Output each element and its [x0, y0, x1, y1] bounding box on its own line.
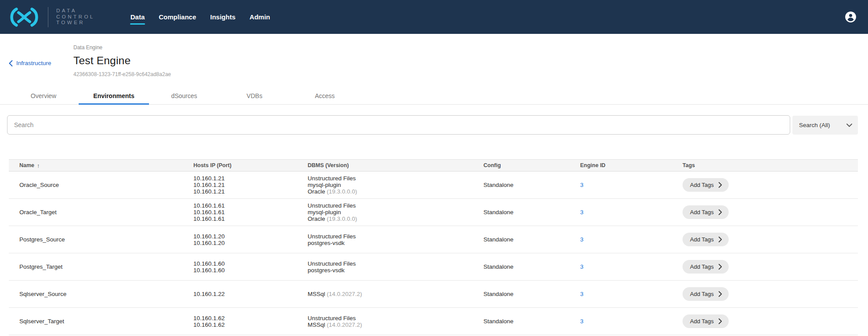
dbms-version: (19.3.0.0.0)	[325, 188, 357, 195]
cell-config: Standalone	[483, 172, 580, 199]
dbms-entry: Unstructured Files	[308, 315, 483, 321]
dbms-version: (14.0.2027.2)	[325, 321, 362, 328]
column-header-dbms[interactable]: DBMS (Version)	[308, 160, 483, 172]
environments-table: Name ↑ Hosts IP (Port) DBMS (Version) Co…	[9, 159, 858, 335]
cell-tags: Add Tags	[683, 199, 858, 226]
cell-dbms: Unstructured Filespostgres-vsdk	[308, 253, 483, 281]
host-ip: 10.160.1.21	[193, 182, 308, 188]
engine-uuid: 42366308-1323-71ff-e258-9c642ad8a2ae	[73, 71, 171, 77]
column-header-hosts[interactable]: Hosts IP (Port)	[193, 160, 308, 172]
add-tags-button[interactable]: Add Tags	[683, 178, 729, 192]
cell-config: Standalone	[483, 281, 580, 308]
add-tags-button[interactable]: Add Tags	[683, 233, 729, 246]
dbms-entry: postgres-vsdk	[308, 240, 483, 246]
host-ip: 10.160.1.60	[193, 267, 308, 274]
engine-id-link[interactable]: 3	[580, 263, 584, 270]
cell-dbms: Unstructured Filespostgres-vsdk	[308, 226, 483, 253]
app-header: DATA CONTROL TOWER Data Compliance Insig…	[0, 0, 868, 34]
wordmark-line: CONTROL	[56, 14, 95, 20]
cell-tags: Add Tags	[683, 281, 858, 308]
main-nav: Data Compliance Insights Admin	[130, 9, 271, 25]
dbms-entry: Oracle (19.3.0.0.0)	[308, 215, 483, 222]
table-row: Postgres_Source 10.160.1.2010.160.1.20 U…	[9, 226, 858, 253]
table-row: Oracle_Source 10.160.1.2110.160.1.2110.1…	[9, 172, 858, 199]
host-ip: 10.160.1.21	[193, 188, 308, 195]
cell-name: Postgres_Source	[9, 226, 193, 253]
dct-logo-icon	[6, 7, 42, 28]
dbms-stack: Unstructured Filesmysql-pluginOracle (19…	[308, 202, 483, 222]
chevron-right-icon	[719, 264, 722, 270]
engine-id-link[interactable]: 3	[580, 209, 584, 215]
column-header-config[interactable]: Config	[483, 160, 580, 172]
column-header-tags[interactable]: Tags	[683, 160, 858, 172]
nav-item-data[interactable]: Data	[130, 9, 145, 25]
table-row: Sqlserver_Source 10.160.1.22 MSSql (14.0…	[9, 281, 858, 308]
cell-hosts: 10.160.1.6110.160.1.6110.160.1.61	[193, 199, 308, 226]
tab-overview[interactable]: Overview	[8, 88, 79, 104]
hosts-stack: 10.160.1.6010.160.1.60	[193, 260, 308, 274]
dbms-entry: Unstructured Files	[308, 175, 483, 182]
host-ip: 10.160.1.60	[193, 260, 308, 267]
cell-hosts: 10.160.1.6010.160.1.60	[193, 253, 308, 281]
tab-dsources[interactable]: dSources	[149, 88, 219, 104]
column-header-engine-id[interactable]: Engine ID	[580, 160, 683, 172]
column-header-label: Tags	[683, 162, 695, 168]
table-row: Sqlserver_Target 10.160.1.6210.160.1.62 …	[9, 308, 858, 335]
host-ip: 10.160.1.61	[193, 215, 308, 222]
search-scope-label: Search (All)	[799, 122, 830, 128]
cell-engine-id: 3	[580, 199, 683, 226]
dbms-entry: MSSql (14.0.2027.2)	[308, 321, 483, 328]
dbms-entry: Oracle (19.3.0.0.0)	[308, 188, 483, 195]
user-account-icon[interactable]	[845, 11, 857, 23]
host-ip: 10.160.1.62	[193, 315, 308, 321]
column-header-label: DBMS (Version)	[308, 162, 349, 168]
column-header-name[interactable]: Name ↑	[9, 160, 193, 172]
dbms-version: (14.0.2027.2)	[325, 291, 362, 297]
nav-item-admin[interactable]: Admin	[249, 9, 271, 25]
chevron-down-icon	[846, 124, 852, 127]
tab-access[interactable]: Access	[290, 88, 360, 104]
engine-id-link[interactable]: 3	[580, 291, 584, 297]
tab-environments[interactable]: Environments	[79, 88, 149, 104]
search-scope-dropdown[interactable]: Search (All)	[792, 116, 858, 135]
engine-id-link[interactable]: 3	[580, 236, 584, 243]
title-block: Data Engine Test Engine 42366308-1323-71…	[73, 44, 171, 77]
page-title: Test Engine	[73, 55, 171, 67]
cell-engine-id: 3	[580, 172, 683, 199]
dbms-stack: Unstructured Filesmysql-pluginOracle (19…	[308, 175, 483, 195]
column-header-label: Engine ID	[580, 162, 606, 168]
search-row: Search (All)	[0, 115, 868, 135]
add-tags-label: Add Tags	[690, 318, 714, 325]
column-header-label: Name	[19, 162, 34, 168]
cell-tags: Add Tags	[683, 226, 858, 253]
add-tags-button[interactable]: Add Tags	[683, 314, 729, 328]
add-tags-button[interactable]: Add Tags	[683, 205, 729, 219]
dbms-stack: Unstructured Filespostgres-vsdk	[308, 233, 483, 246]
add-tags-button[interactable]: Add Tags	[683, 287, 729, 301]
chevron-right-icon	[719, 209, 722, 215]
engine-id-link[interactable]: 3	[580, 318, 584, 325]
host-ip: 10.160.1.21	[193, 175, 308, 182]
nav-item-insights[interactable]: Insights	[210, 9, 236, 25]
hosts-stack: 10.160.1.2110.160.1.2110.160.1.21	[193, 175, 308, 195]
dbms-entry: postgres-vsdk	[308, 267, 483, 274]
add-tags-button[interactable]: Add Tags	[683, 260, 729, 274]
table-body: Oracle_Source 10.160.1.2110.160.1.2110.1…	[9, 172, 858, 335]
hosts-stack: 10.160.1.2010.160.1.20	[193, 233, 308, 246]
cell-tags: Add Tags	[683, 308, 858, 335]
host-ip: 10.160.1.22	[193, 291, 308, 297]
wordmark-line: DATA	[56, 8, 95, 14]
breadcrumb-back[interactable]: Infrastructure	[9, 60, 51, 66]
cell-hosts: 10.160.1.22	[193, 281, 308, 308]
cell-engine-id: 3	[580, 308, 683, 335]
cell-name: Postgres_Target	[9, 253, 193, 281]
engine-id-link[interactable]: 3	[580, 182, 584, 188]
nav-item-compliance[interactable]: Compliance	[158, 9, 196, 25]
tab-vdbs[interactable]: VDBs	[219, 88, 290, 104]
chevron-right-icon	[719, 182, 722, 188]
dbms-entry: Unstructured Files	[308, 202, 483, 209]
cell-config: Standalone	[483, 226, 580, 253]
search-input[interactable]	[7, 115, 790, 135]
cell-name: Sqlserver_Source	[9, 281, 193, 308]
cell-config: Standalone	[483, 199, 580, 226]
